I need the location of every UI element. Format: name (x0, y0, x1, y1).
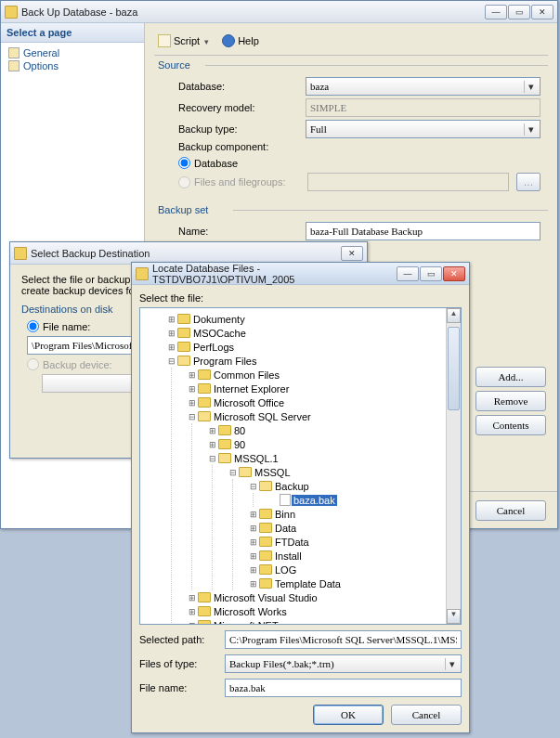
radio-files-label: Files and filegroups: (194, 176, 285, 188)
backup-name-field[interactable] (306, 222, 540, 240)
backup-type-label: Backup type: (162, 123, 306, 135)
file-tree[interactable]: ⊞Dokumenty ⊞MSOCache ⊞PerfLogs ⊟Program … (139, 307, 462, 625)
database-icon (5, 6, 18, 19)
radio-database-label: Database (194, 158, 238, 169)
tree-node[interactable]: ⊟Backup (248, 479, 459, 493)
main-titlebar[interactable]: Back Up Database - baza — ▭ ✕ (1, 1, 557, 23)
add-button[interactable]: Add... (475, 367, 546, 387)
page-icon (8, 47, 20, 58)
chevron-down-icon: ▾ (445, 658, 459, 670)
browse-filegroups-button[interactable]: … (516, 173, 540, 191)
locate-titlebar[interactable]: Locate Database Files - TSTDVBO7J1\OPTIV… (132, 263, 469, 285)
backup-name-label: Name: (162, 226, 306, 237)
radio-files-and-filegroups (178, 176, 190, 188)
close-button[interactable]: ✕ (341, 246, 363, 261)
script-icon (158, 34, 171, 47)
source-group: Source Database: baza ▾ Recovery model: … (154, 65, 548, 201)
script-button[interactable]: Script (154, 32, 213, 49)
maximize-button[interactable]: ▭ (508, 5, 530, 19)
vertical-scrollbar[interactable]: ▲ ▼ (446, 308, 461, 624)
backup-type-combo[interactable]: Full ▾ (306, 120, 540, 138)
database-icon (136, 267, 149, 280)
files-of-type-combo[interactable]: Backup Files(*.bak;*.trn) ▾ (225, 654, 462, 673)
selected-path-field[interactable] (225, 630, 462, 649)
page-general[interactable]: General (7, 46, 138, 59)
backup-set-label: Backup set (154, 204, 212, 215)
tree-node[interactable]: ⊞Binn (248, 507, 459, 521)
radio-file-name-label: File name: (43, 321, 90, 332)
close-button[interactable]: ✕ (443, 266, 465, 281)
seldest-title: Select Backup Destination (31, 248, 341, 259)
locate-title: Locate Database Files - TSTDVBO7J1\OPTIV… (152, 263, 397, 285)
toolbar: Script Help (154, 31, 548, 56)
radio-file-name[interactable] (27, 320, 39, 332)
maximize-button[interactable]: ▭ (420, 266, 442, 281)
scroll-thumb[interactable] (448, 327, 460, 410)
contents-button[interactable]: Contents (475, 415, 546, 435)
remove-button[interactable]: Remove (475, 391, 546, 411)
source-group-label: Source (154, 59, 194, 71)
tree-node[interactable]: ⊟MSSQL (228, 465, 459, 479)
help-icon (222, 34, 235, 47)
minimize-button[interactable]: — (485, 5, 507, 19)
select-page-header: Select a page (1, 23, 144, 43)
tree-node[interactable]: ⊟MSSQL.1 (207, 451, 459, 465)
chevron-down-icon: ▾ (524, 123, 538, 136)
tree-node[interactable]: ⊞PerfLogs (166, 340, 459, 354)
scroll-down-button[interactable]: ▼ (447, 609, 461, 624)
database-label: Database: (162, 81, 306, 92)
tree-node[interactable]: ⊞Internet Explorer (187, 382, 459, 395)
tree-node[interactable]: ⊞Microsoft Visual Studio (187, 590, 459, 604)
tree-node[interactable]: ⊞Common Files (187, 368, 459, 382)
tree-node[interactable]: ⊞Template Data (248, 576, 459, 590)
tree-node[interactable]: ⊞Dokumenty (166, 312, 459, 326)
help-button[interactable]: Help (218, 32, 263, 49)
tree-node[interactable]: ⊞Microsoft Office (187, 395, 459, 409)
locate-database-files-dialog: Locate Database Files - TSTDVBO7J1\OPTIV… (131, 262, 470, 733)
backup-component-label: Backup component: (162, 141, 306, 152)
tree-node[interactable]: ⊞FTData (248, 535, 459, 549)
tree-node[interactable]: ⊞80 (207, 423, 459, 437)
main-title: Back Up Database - baza (21, 6, 485, 18)
tree-node[interactable]: ⊞MSOCache (166, 326, 459, 340)
recovery-model-label: Recovery model: (162, 102, 306, 113)
chevron-down-icon (202, 35, 209, 46)
cancel-button[interactable]: Cancel (475, 500, 546, 521)
radio-backup-device (27, 358, 39, 370)
chevron-down-icon: ▾ (524, 81, 538, 93)
select-file-label: Select the file: (139, 292, 462, 304)
page-icon (8, 60, 20, 71)
page-options[interactable]: Options (7, 59, 138, 72)
database-icon (14, 247, 27, 260)
tree-node[interactable]: ⊞Data (248, 521, 459, 535)
tree-node[interactable]: ⊟Microsoft SQL Server (187, 409, 459, 423)
file-name-field[interactable] (225, 679, 462, 697)
minimize-button[interactable]: — (397, 266, 419, 281)
recovery-model-field (306, 98, 540, 117)
page-general-label: General (23, 47, 59, 58)
file-icon (280, 494, 291, 506)
tree-file-selected[interactable]: baza.bak (268, 493, 459, 507)
radio-backup-device-label: Backup device: (43, 359, 112, 370)
tree-node[interactable]: ⊞Microsoft Works (187, 604, 459, 618)
tree-node[interactable]: ⊞LOG (248, 563, 459, 576)
file-name-label: File name: (139, 682, 225, 693)
selected-path-label: Selected path: (139, 634, 225, 645)
radio-database[interactable] (178, 157, 190, 169)
tree-node[interactable]: ⊞Install (248, 549, 459, 563)
tree-node[interactable]: ⊞Microsoft.NET (187, 618, 459, 625)
tree-node[interactable]: ⊞90 (207, 437, 459, 451)
ok-button[interactable]: OK (313, 705, 384, 725)
cancel-button[interactable]: Cancel (391, 705, 462, 725)
scroll-up-button[interactable]: ▲ (447, 308, 461, 323)
database-combo[interactable]: baza ▾ (306, 77, 540, 96)
filegroups-field (307, 173, 509, 191)
page-options-label: Options (23, 60, 59, 71)
files-of-type-label: Files of type: (139, 658, 225, 669)
close-button[interactable]: ✕ (531, 5, 553, 19)
tree-node[interactable]: ⊟Program Files (166, 354, 459, 368)
